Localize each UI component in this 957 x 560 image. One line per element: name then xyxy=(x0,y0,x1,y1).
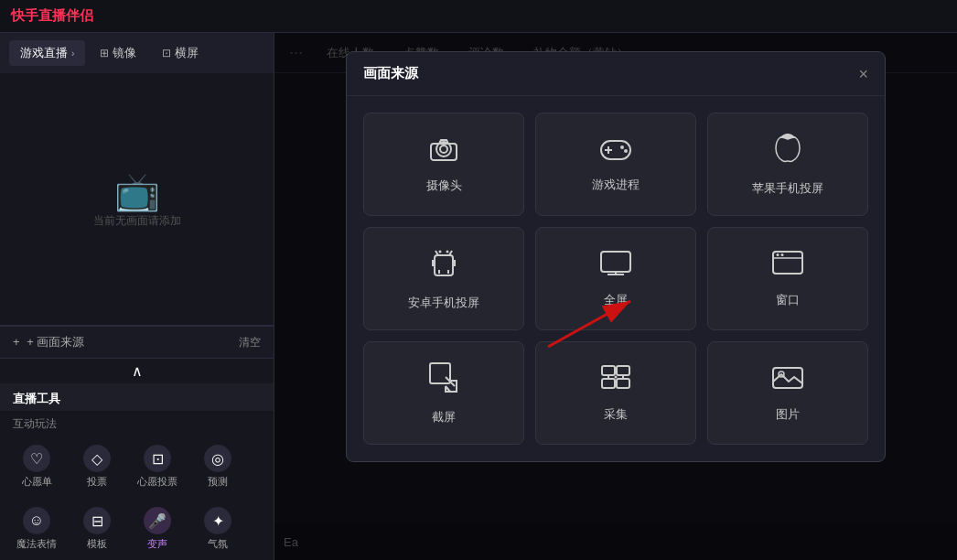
window-label: 窗口 xyxy=(776,292,800,308)
fullscreen-label: 全屏 xyxy=(604,292,628,308)
ios-label: 苹果手机投屏 xyxy=(752,180,823,197)
app-title: 快手直播伴侣 xyxy=(11,7,93,25)
wishlist-label: 心愿单 xyxy=(22,475,52,489)
plus-icon: + xyxy=(13,335,20,349)
svg-point-10 xyxy=(446,251,449,253)
fullscreen-icon xyxy=(598,249,633,283)
top-bar: 快手直播伴侣 xyxy=(0,0,957,33)
capture-label: 采集 xyxy=(604,406,628,423)
svg-rect-26 xyxy=(602,379,615,388)
tool-emoji[interactable]: ☺ 魔法表情 xyxy=(9,503,64,555)
modal-title: 画面来源 xyxy=(363,65,418,82)
ios-icon xyxy=(774,132,801,171)
android-label: 安卓手机投屏 xyxy=(408,295,479,311)
atmosphere-icon: ✦ xyxy=(204,507,231,534)
source-item-game[interactable]: 游戏进程 xyxy=(535,113,696,216)
voice-label: 变声 xyxy=(147,537,167,551)
tool-wishlist[interactable]: ♡ 心愿单 xyxy=(9,441,64,492)
sidebar-tab-game[interactable]: 游戏直播 › xyxy=(9,40,85,66)
screenshot-label: 截屏 xyxy=(432,409,456,425)
window-icon xyxy=(770,249,805,283)
tv-icon: 📺 xyxy=(114,170,160,213)
svg-point-32 xyxy=(615,376,618,379)
emoji-icon: ☺ xyxy=(23,507,50,534)
sidebar: 游戏直播 › ⊞ 镜像 ⊡ 横屏 📺 当前无画面请添加 + + 画面来源 清空 xyxy=(0,33,274,560)
collapse-bar[interactable]: ∧ xyxy=(0,359,274,383)
tool-wish-vote[interactable]: ⊡ 心愿投票 xyxy=(130,441,185,492)
source-item-image[interactable]: 图片 xyxy=(707,341,868,445)
svg-point-6 xyxy=(620,145,624,149)
source-item-capture[interactable]: 采集 xyxy=(535,341,696,445)
svg-point-9 xyxy=(439,251,442,253)
game-label: 游戏进程 xyxy=(592,177,640,193)
predict-icon: ◎ xyxy=(204,445,231,472)
sidebar-tab-game-arrow: › xyxy=(71,48,74,59)
wish-vote-label: 心愿投票 xyxy=(137,475,177,489)
sidebar-tab-landscape-label: 横屏 xyxy=(175,45,199,61)
wishlist-icon: ♡ xyxy=(23,445,50,472)
tools-section-label: 直播工具 xyxy=(0,383,274,411)
source-item-window[interactable]: 窗口 xyxy=(707,227,868,330)
clear-button[interactable]: 清空 xyxy=(239,335,261,350)
mirror-icon: ⊞ xyxy=(100,47,109,59)
sidebar-tab-mirror-label: 镜像 xyxy=(113,45,136,61)
svg-rect-24 xyxy=(602,366,615,375)
source-bar-add[interactable]: + + 画面来源 xyxy=(13,334,84,350)
modal-overlay: 画面来源 × xyxy=(274,33,957,560)
svg-point-1 xyxy=(440,145,447,153)
svg-point-20 xyxy=(777,253,780,256)
preview-area: 📺 当前无画面请添加 xyxy=(0,73,274,326)
tool-atmosphere[interactable]: ✦ 气氛 xyxy=(190,503,245,555)
template-icon: ⊟ xyxy=(83,507,111,534)
sidebar-tab-landscape[interactable]: ⊡ 横屏 xyxy=(151,40,210,66)
game-icon xyxy=(598,135,633,167)
source-item-screenshot[interactable]: 截屏 xyxy=(363,341,524,445)
source-grid: 摄像头 游戏进程 xyxy=(347,96,885,461)
wish-vote-icon: ⊡ xyxy=(144,445,171,472)
tool-icons-row-1: ♡ 心愿单 ◇ 投票 ⊡ 心愿投票 ◎ 预测 xyxy=(0,436,274,498)
source-label: + 画面来源 xyxy=(27,335,84,349)
svg-point-21 xyxy=(781,253,784,256)
source-item-android[interactable]: 安卓手机投屏 xyxy=(363,227,524,330)
source-item-ios[interactable]: 苹果手机投屏 xyxy=(707,113,868,216)
android-icon xyxy=(430,246,457,285)
tool-predict[interactable]: ◎ 预测 xyxy=(190,441,245,492)
vote-icon: ◇ xyxy=(83,445,111,472)
atmosphere-label: 气氛 xyxy=(208,537,228,551)
svg-point-7 xyxy=(624,149,628,153)
source-bar: + + 画面来源 清空 xyxy=(0,326,274,359)
template-label: 模板 xyxy=(87,537,107,551)
tools-subtitle: 互动玩法 xyxy=(0,411,274,436)
source-item-camera[interactable]: 摄像头 xyxy=(363,113,524,216)
source-modal: 画面来源 × xyxy=(346,51,886,462)
camera-label: 摄像头 xyxy=(426,178,462,194)
vote-label: 投票 xyxy=(87,475,107,489)
capture-icon xyxy=(599,363,632,397)
preview-text: 当前无画面请添加 xyxy=(93,213,181,229)
voice-icon: 🎤 xyxy=(144,507,171,534)
image-icon xyxy=(770,363,805,397)
sidebar-tab-game-label: 游戏直播 xyxy=(20,45,68,61)
landscape-icon: ⊡ xyxy=(162,47,171,59)
modal-header: 画面来源 × xyxy=(347,52,885,96)
emoji-label: 魔法表情 xyxy=(16,537,57,551)
svg-rect-25 xyxy=(617,366,629,375)
main-layout: 游戏直播 › ⊞ 镜像 ⊡ 横屏 📺 当前无画面请添加 + + 画面来源 清空 xyxy=(0,33,957,560)
source-item-fullscreen[interactable]: 全屏 xyxy=(535,227,696,330)
camera-icon xyxy=(427,135,460,168)
sidebar-tabs: 游戏直播 › ⊞ 镜像 ⊡ 横屏 xyxy=(0,33,274,73)
tool-vote[interactable]: ◇ 投票 xyxy=(70,441,124,492)
screenshot-icon xyxy=(427,361,460,400)
modal-close-button[interactable]: × xyxy=(858,66,868,82)
svg-rect-27 xyxy=(617,379,629,388)
tool-voice[interactable]: 🎤 变声 xyxy=(130,503,185,555)
tool-template[interactable]: ⊟ 模板 xyxy=(70,503,124,555)
svg-rect-22 xyxy=(430,363,450,383)
sidebar-tab-mirror[interactable]: ⊞ 镜像 xyxy=(89,40,147,66)
collapse-icon: ∧ xyxy=(132,362,143,380)
svg-rect-15 xyxy=(601,252,630,272)
predict-label: 预测 xyxy=(208,475,228,489)
image-label: 图片 xyxy=(776,406,800,423)
tool-icons-row-2: ☺ 魔法表情 ⊟ 模板 🎤 变声 ✦ 气氛 xyxy=(0,498,274,560)
right-content: ··· 在线人数 点赞数 评论数 礼物金额（黄钻） 画面来源 × xyxy=(274,33,957,560)
